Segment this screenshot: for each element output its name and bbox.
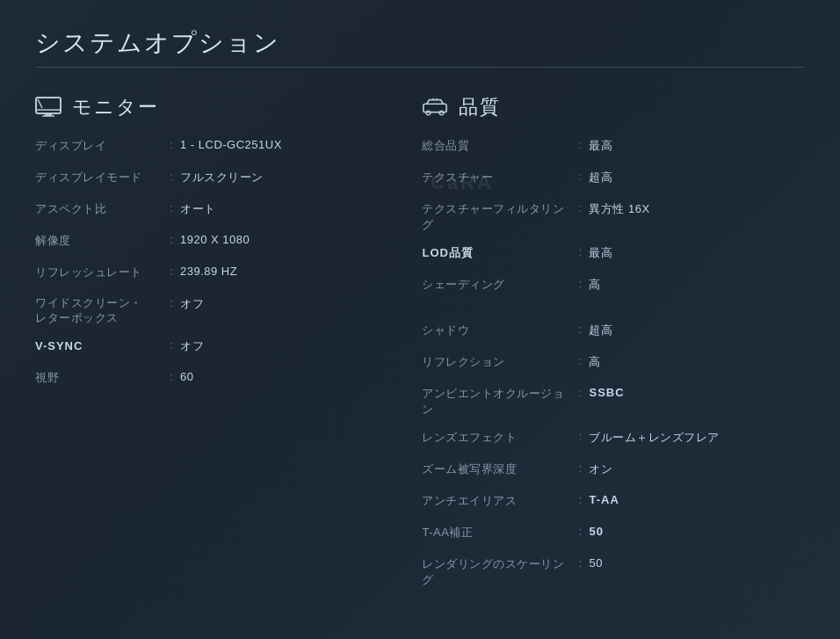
setting-colon-taa-correction: :: [571, 525, 589, 538]
setting-value-aa: T-AA: [589, 493, 805, 506]
svg-point-7: [440, 111, 445, 115]
setting-row-dof: ズーム被写界深度 : オン: [422, 461, 805, 481]
setting-value-overall-quality: 最高: [589, 138, 805, 154]
monitor-section: モニター ディスプレイ : 1 - LCD-GC251UX ディスプレイモード …: [35, 94, 404, 600]
setting-row-resolution: 解像度 : 1920 X 1080: [35, 233, 387, 252]
setting-value-texture-filter: 異方性 16X: [589, 201, 805, 217]
quality-section: 品質 総合品質 : 最高 テクスチャー : 超高 テクスチャーフィルタリング :…: [404, 94, 805, 600]
setting-colon-refresh: :: [163, 265, 180, 278]
setting-colon-display: :: [163, 138, 180, 151]
setting-row-lens: レンズエフェクト : ブルーム＋レンズフレア: [422, 430, 805, 449]
setting-label-displaymode: ディスプレイモード: [35, 170, 163, 185]
setting-value-refresh: 239.89 HZ: [180, 265, 387, 278]
setting-value-widescreen: オフ: [180, 296, 387, 312]
setting-value-taa-correction: 50: [589, 525, 805, 538]
setting-label-widescreen: ワイドスクリーン・レターボックス: [35, 296, 163, 326]
setting-label-display: ディスプレイ: [35, 138, 163, 154]
setting-colon-widescreen: :: [163, 296, 180, 309]
quality-spacer: [422, 309, 805, 323]
setting-row-overall-quality: 総合品質 : 最高: [422, 138, 805, 157]
setting-value-shadow: 超高: [589, 323, 805, 338]
setting-row-widescreen: ワイドスクリーン・レターボックス : オフ: [35, 296, 387, 326]
setting-colon-aspect: :: [163, 201, 180, 214]
svg-line-4: [38, 99, 42, 108]
setting-label-resolution: 解像度: [35, 233, 163, 249]
setting-row-displaymode: ディスプレイモード : フルスクリーン: [35, 170, 387, 189]
setting-row-texture-filter: テクスチャーフィルタリング : 異方性 16X: [422, 201, 805, 233]
monitor-section-title: モニター: [72, 94, 159, 120]
setting-value-reflection: 高: [589, 354, 805, 370]
setting-value-aspect: オート: [180, 201, 387, 217]
setting-value-resolution: 1920 X 1080: [180, 233, 387, 246]
monitor-icon: [35, 97, 62, 118]
setting-colon-overall-quality: :: [571, 138, 589, 151]
setting-value-render-scale: 50: [589, 556, 805, 570]
setting-value-ao: SSBC: [589, 386, 805, 399]
columns-container: モニター ディスプレイ : 1 - LCD-GC251UX ディスプレイモード …: [35, 94, 805, 600]
setting-label-taa-correction: T-AA補正: [422, 525, 571, 541]
setting-label-shading: シェーディング: [422, 277, 571, 293]
setting-row-taa-correction: T-AA補正 : 50: [422, 525, 805, 544]
setting-value-dof: オン: [589, 461, 805, 477]
svg-rect-0: [36, 98, 61, 113]
setting-row-reflection: リフレクション : 高: [422, 354, 805, 374]
setting-colon-fov: :: [163, 370, 180, 383]
setting-value-lod: 最高: [589, 245, 805, 261]
page-title: システムオプション: [35, 26, 805, 60]
setting-value-lens: ブルーム＋レンズフレア: [589, 430, 805, 446]
setting-row-vsync: V-SYNC : オフ: [35, 338, 387, 358]
setting-label-aspect: アスペクト比: [35, 201, 163, 217]
setting-row-lod: LOD品質 : 最高: [422, 245, 805, 265]
setting-label-vsync: V-SYNC: [35, 338, 163, 354]
setting-label-reflection: リフレクション: [422, 354, 571, 370]
setting-label-fov: 視野: [35, 370, 163, 386]
setting-label-aa: アンチエイリアス: [422, 493, 571, 509]
setting-row-ao: アンビエントオクルージョン : SSBC: [422, 386, 805, 418]
monitor-section-header: モニター: [35, 94, 387, 120]
setting-label-overall-quality: 総合品質: [422, 138, 571, 154]
setting-value-fov: 60: [180, 370, 387, 383]
setting-row-aa: アンチエイリアス : T-AA: [422, 493, 805, 512]
setting-label-refresh: リフレッシュレート: [35, 265, 163, 280]
setting-value-texture: 超高: [589, 170, 805, 185]
setting-label-shadow: シャドウ: [422, 323, 571, 338]
setting-colon-shading: :: [571, 277, 589, 290]
setting-colon-lens: :: [571, 430, 589, 443]
setting-label-lens: レンズエフェクト: [422, 430, 571, 446]
setting-colon-dof: :: [571, 461, 589, 475]
setting-colon-resolution: :: [163, 233, 180, 246]
setting-label-dof: ズーム被写界深度: [422, 461, 571, 477]
setting-colon-aa: :: [571, 493, 589, 506]
setting-colon-ao: :: [571, 386, 589, 399]
setting-row-fov: 視野 : 60: [35, 370, 387, 389]
setting-colon-shadow: :: [571, 323, 589, 336]
quality-icon: [422, 97, 448, 118]
setting-row-aspect: アスペクト比 : オート: [35, 201, 387, 221]
setting-colon-texture: :: [571, 170, 589, 183]
setting-colon-reflection: :: [571, 354, 589, 367]
setting-row-refresh: リフレッシュレート : 239.89 HZ: [35, 265, 387, 284]
setting-label-texture-filter: テクスチャーフィルタリング: [422, 201, 571, 233]
svg-point-6: [427, 111, 431, 115]
setting-colon-texture-filter: :: [571, 201, 589, 214]
setting-row-display: ディスプレイ : 1 - LCD-GC251UX: [35, 138, 387, 157]
setting-colon-vsync: :: [163, 338, 180, 352]
setting-row-shadow: シャドウ : 超高: [422, 323, 805, 342]
page-container: システムオプション モニター ディスプ: [0, 0, 840, 639]
cara-watermark: CaRA: [431, 171, 494, 194]
quality-section-title: 品質: [459, 94, 501, 120]
setting-row-render-scale: レンダリングのスケーリング : 50: [422, 556, 805, 588]
setting-value-vsync: オフ: [180, 338, 387, 354]
setting-value-display: 1 - LCD-GC251UX: [180, 138, 387, 151]
setting-label-ao: アンビエントオクルージョン: [422, 386, 571, 418]
setting-colon-displaymode: :: [163, 170, 180, 183]
setting-row-shading: シェーディング : 高: [422, 277, 805, 296]
quality-section-header: 品質: [422, 94, 805, 120]
setting-label-lod: LOD品質: [422, 245, 571, 261]
setting-colon-render-scale: :: [571, 556, 589, 570]
setting-colon-lod: :: [571, 245, 589, 258]
setting-value-shading: 高: [589, 277, 805, 293]
setting-value-displaymode: フルスクリーン: [180, 170, 387, 185]
title-divider: [35, 67, 805, 68]
setting-label-render-scale: レンダリングのスケーリング: [422, 556, 571, 588]
